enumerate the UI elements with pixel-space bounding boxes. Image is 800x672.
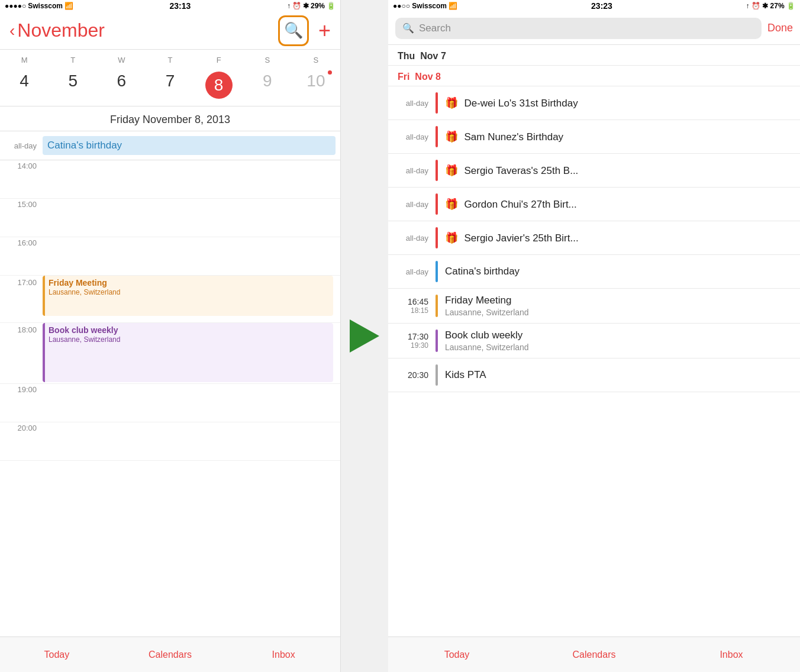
right-tab-calendars[interactable]: Calendars [525,650,663,660]
time-slot-17: 17:00 [0,276,43,287]
event-row-dewei[interactable]: all-day 🎁 De-wei Lo's 31st Birthday [388,86,800,120]
day-header-m: M [0,54,49,66]
alarm-icon-right: ⏰ [751,2,760,10]
event-row-friday-meeting[interactable]: 16:45 18:15 Friday Meeting Lausanne, Swi… [388,289,800,324]
event-bar-sergio-t [436,160,438,181]
time-row-18: 18:00 Book club weekly Lausanne, Switzer… [0,323,340,384]
event-bar-dewei [436,92,438,114]
time-row-14: 14:00 [0,160,340,199]
event-details-pta: Kids PTA [445,369,800,381]
event-details-catina: Catina's birthday [445,266,800,277]
cal-day-6[interactable]: 6 [97,69,146,101]
event-details-book: Book club weekly Lausanne, Switzerland [445,329,800,352]
left-status-left: ●●●●○ Swisscom 📶 [5,2,73,10]
event-time-book: 17:30 19:30 [388,332,436,350]
event-bar-friday [436,295,438,317]
left-panel: ●●●●○ Swisscom 📶 23:13 ↑ ⏰ ✱ 29% 🔋 ‹ Nov… [0,0,341,672]
event-row-sergio-j[interactable]: all-day 🎁 Sergio Javier's 25th Birt... [388,221,800,255]
time-slot-18: 18:00 [0,323,43,334]
cal-day-9[interactable]: 9 [243,69,292,101]
time-scroll: 14:00 15:00 16:00 17:00 Friday Meeting L… [0,160,340,637]
cal-day-4[interactable]: 4 [0,69,49,101]
left-tab-today[interactable]: Today [0,650,114,660]
arrow-divider [341,0,388,672]
time-slot-14: 14:00 [0,160,43,170]
event-time-pta: 20:30 [388,370,436,380]
event-name-dewei: De-wei Lo's 31st Birthday [464,98,578,109]
battery-right: 27% [770,2,785,10]
event-area-19 [43,384,340,422]
friday-meeting-event[interactable]: Friday Meeting Lausanne, Switzerland [43,276,333,316]
gift-icon-sergio-t: 🎁 [445,164,458,176]
search-icon: 🔍 [284,21,303,40]
event-bar-sergio-j [436,227,438,248]
date-header-thu: Thu Nov 7 [388,45,800,66]
event-area-20 [43,422,340,460]
day-header-t1: T [49,54,97,66]
event-bar-sam [436,126,438,147]
month-nav[interactable]: ‹ November [9,20,105,41]
event-row-sergio-t[interactable]: all-day 🎁 Sergio Taveras's 25th B... [388,154,800,188]
day-header-w: W [97,54,146,66]
time-row-16: 16:00 [0,237,340,276]
event-name-pta: Kids PTA [445,369,800,381]
right-tab-today[interactable]: Today [388,650,525,660]
time-row-15: 15:00 [0,199,340,237]
event-details-sam: 🎁 Sam Nunez's Birthday [445,130,800,143]
event-name-sam: Sam Nunez's Birthday [464,131,563,143]
event-row-gordon[interactable]: all-day 🎁 Gordon Chui's 27th Birt... [388,188,800,221]
left-tab-bar: Today Calendars Inbox [0,637,340,672]
calendar-week: 4 5 6 7 8 9 10 [0,68,340,104]
event-details-gordon: 🎁 Gordon Chui's 27th Birt... [445,198,800,211]
search-placeholder: Search [419,22,451,34]
selected-date: Friday November 8, 2013 [0,106,340,131]
gift-icon-sergio-j: 🎁 [445,232,458,244]
friday-meeting-location: Lausanne, Switzerland [49,288,330,296]
battery-icon-left: 🔋 [327,2,336,10]
time-row-20: 20:00 [0,422,340,461]
event-bar-pta [436,364,438,386]
event-row-sam[interactable]: all-day 🎁 Sam Nunez's Birthday [388,120,800,154]
cal-day-7[interactable]: 7 [146,69,194,101]
event-details-dewei: 🎁 De-wei Lo's 31st Birthday [445,96,800,109]
done-button[interactable]: Done [767,22,793,34]
date-header-fri: Fri Nov 8 [388,66,800,86]
right-tab-inbox[interactable]: Inbox [663,650,800,660]
time-slot-16: 16:00 [0,237,43,247]
search-button[interactable]: 🔍 [278,15,309,46]
green-arrow-icon [350,319,379,353]
cal-day-5[interactable]: 5 [49,69,97,101]
time-row-17: 17:00 Friday Meeting Lausanne, Switzerla… [0,276,340,323]
all-day-section: all-day Catina's birthday [0,131,340,160]
bluetooth-icon-right: ✱ [762,2,768,10]
all-day-event[interactable]: Catina's birthday [43,136,336,155]
right-header: 🔍 Search Done [388,12,800,45]
book-club-title: Book club weekly [49,325,330,335]
wifi-icon-right: 📶 [449,2,457,10]
event-area-14 [43,160,340,198]
event-name-sergio-t: Sergio Taveras's 25th B... [464,165,578,176]
add-event-button[interactable]: + [318,18,331,43]
event-name-sergio-j: Sergio Javier's 25th Birt... [464,232,578,244]
event-row-catina[interactable]: all-day Catina's birthday [388,255,800,289]
carrier-right: Swisscom [412,2,447,10]
event-details-friday: Friday Meeting Lausanne, Switzerland [445,295,800,317]
left-tab-calendars[interactable]: Calendars [114,650,227,660]
cal-day-10[interactable]: 10 [292,69,340,101]
book-club-event[interactable]: Book club weekly Lausanne, Switzerland [43,323,333,382]
gift-icon-gordon: 🎁 [445,198,458,210]
event-area-16 [43,237,340,275]
signal-dots: ●●●●○ [5,2,26,10]
event-row-book-club[interactable]: 17:30 19:30 Book club weekly Lausanne, S… [388,324,800,358]
time-left: 23:13 [170,1,191,11]
search-bar[interactable]: 🔍 Search [395,18,762,39]
gift-icon-dewei: 🎁 [445,97,458,109]
time-slot-19: 19:00 [0,384,43,394]
event-row-pta[interactable]: 20:30 Kids PTA [388,358,800,392]
cal-day-8-today[interactable]: 8 [195,69,243,101]
time-right: 23:23 [591,1,612,11]
carrier-left: Swisscom [28,2,63,10]
back-arrow-icon[interactable]: ‹ [9,21,15,40]
right-status-bar: ●●○○ Swisscom 📶 23:23 ↑ ⏰ ✱ 27% 🔋 [388,0,800,12]
left-tab-inbox[interactable]: Inbox [227,650,340,660]
